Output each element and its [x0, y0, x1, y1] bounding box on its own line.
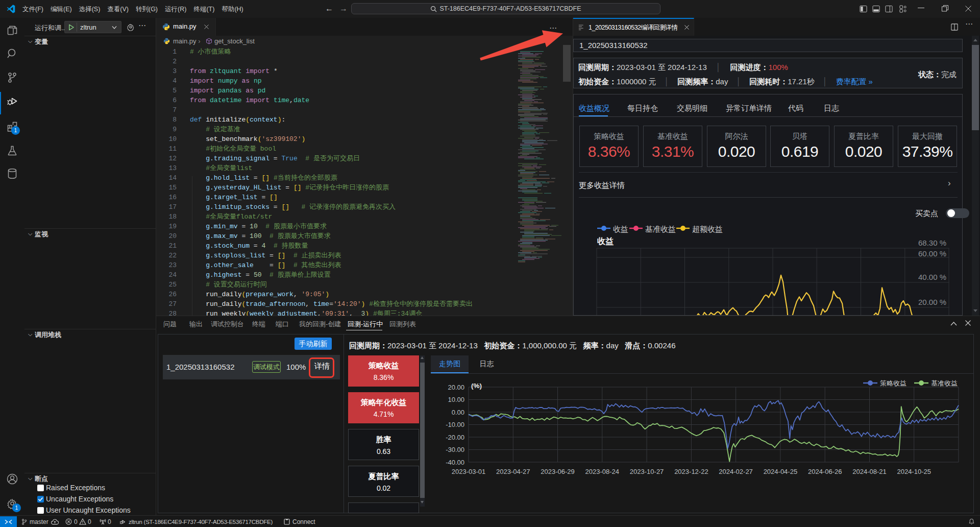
- svg-text:策略收益: 策略收益: [880, 379, 906, 387]
- svg-text:2024-02-27: 2024-02-27: [719, 468, 753, 475]
- svg-text:0.00: 0.00: [452, 409, 464, 416]
- svg-text:-20.00: -20.00: [446, 434, 464, 441]
- svg-text:10.00: 10.00: [448, 396, 464, 403]
- svg-text:2024-06-26: 2024-06-26: [808, 468, 842, 475]
- svg-text:(%): (%): [471, 382, 482, 390]
- svg-text:2024-10-25: 2024-10-25: [897, 468, 931, 475]
- svg-text:2023-08-24: 2023-08-24: [585, 468, 620, 475]
- svg-text:2023-03-01: 2023-03-01: [452, 468, 486, 475]
- svg-text:40.00 %: 40.00 %: [918, 273, 946, 281]
- svg-text:68.30 %: 68.30 %: [918, 238, 946, 247]
- svg-text:-10.00: -10.00: [446, 421, 464, 428]
- svg-text:2024-08-21: 2024-08-21: [852, 468, 887, 475]
- svg-text:基准收益: 基准收益: [931, 379, 958, 387]
- svg-text:2023-06-29: 2023-06-29: [541, 468, 575, 475]
- svg-text:2023-10-27: 2023-10-27: [630, 468, 664, 475]
- svg-text:60.00 %: 60.00 %: [918, 249, 946, 258]
- svg-text:2023-04-27: 2023-04-27: [496, 468, 530, 475]
- svg-text:1: 1: [14, 127, 17, 133]
- svg-text:1: 1: [15, 505, 18, 511]
- svg-text:2023-12-22: 2023-12-22: [674, 468, 708, 475]
- svg-text:20.00 %: 20.00 %: [918, 298, 946, 306]
- svg-text:-40.00: -40.00: [446, 459, 464, 466]
- svg-text:20.00: 20.00: [448, 384, 464, 391]
- svg-text:2024-04-25: 2024-04-25: [764, 468, 798, 475]
- svg-text:-30.00: -30.00: [446, 446, 464, 453]
